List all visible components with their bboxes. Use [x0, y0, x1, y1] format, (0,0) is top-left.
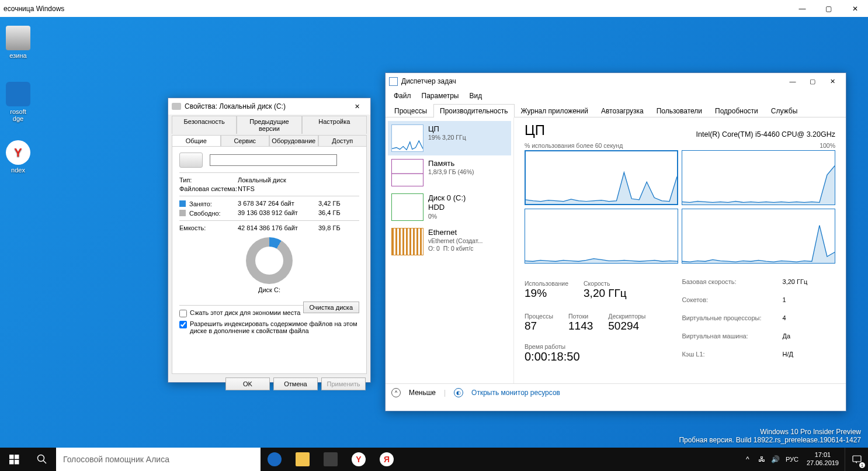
- resource-monitor-icon[interactable]: ◐: [454, 388, 463, 397]
- index-label: Разрешить индексировать содержимое файло…: [190, 320, 359, 334]
- action-center-button[interactable]: 1: [845, 448, 868, 471]
- menu-view[interactable]: Вид: [464, 91, 487, 101]
- tab-previous-versions[interactable]: Предыдущие версии: [237, 116, 301, 134]
- stat-threads-value: 1143: [568, 320, 593, 333]
- edge-icon: [6, 82, 30, 106]
- sidebar-item-memory[interactable]: Память1,8/3,9 ГБ (46%): [388, 155, 511, 190]
- fewer-details-link[interactable]: Меньше: [409, 389, 436, 397]
- desktop-icon-edge[interactable]: rosoft dge: [0, 82, 36, 122]
- desktop-icon-label: ndex: [11, 167, 25, 174]
- volume-name-input[interactable]: [210, 154, 337, 166]
- tab-row-1: Безопасность Предыдущие версии Настройка: [168, 115, 370, 134]
- type-label: Тип:: [179, 176, 238, 183]
- tab-performance[interactable]: Производительность: [433, 104, 514, 117]
- sidebar-item-disk[interactable]: Диск 0 (C:) HDD0%: [388, 190, 511, 224]
- ok-button[interactable]: OK: [225, 378, 270, 390]
- performance-main: ЦП Intel(R) Core(TM) i5-4460 CPU@ 3.20GH…: [514, 117, 846, 383]
- stat-speed-value: 3,20 ГГц: [584, 287, 627, 300]
- tab-hardware[interactable]: Оборудование: [269, 135, 318, 146]
- cancel-button[interactable]: Отмена: [273, 378, 318, 390]
- tab-services[interactable]: Службы: [765, 104, 804, 117]
- apply-button[interactable]: Применить: [321, 378, 366, 390]
- cpu-chart-core0: [525, 150, 678, 205]
- tab-row-2: Общие Сервис Оборудование Доступ: [168, 134, 370, 146]
- menu-options[interactable]: Параметры: [417, 91, 464, 101]
- tray-network-icon[interactable]: 🖧: [755, 448, 768, 471]
- system-tray: ^ 🖧 🔊 РУС 17:01 27.06.2019 1: [741, 448, 868, 471]
- taskbar-app-explorer[interactable]: [289, 448, 317, 471]
- index-checkbox[interactable]: [179, 321, 187, 328]
- search-box[interactable]: Голосовой помощник Алиса: [56, 448, 261, 471]
- taskbar-app-generic[interactable]: [317, 448, 345, 471]
- tab-tools[interactable]: Сервис: [221, 135, 270, 146]
- close-button[interactable]: ✕: [822, 75, 842, 88]
- properties-body: Тип:Локальный диск Файловая система:NTFS…: [172, 146, 367, 374]
- maximize-button[interactable]: ▢: [815, 0, 842, 17]
- tab-general[interactable]: Общие: [172, 135, 221, 146]
- tab-users[interactable]: Пользователи: [650, 104, 709, 117]
- uptime-label: Время работы: [525, 343, 645, 350]
- task-manager-titlebar[interactable]: Диспетчер задач — ▢ ✕: [386, 73, 846, 89]
- tab-startup[interactable]: Автозагрузка: [595, 104, 650, 117]
- stat-usage-value: 19%: [525, 287, 568, 300]
- maximize-button[interactable]: ▢: [803, 75, 822, 88]
- tab-processes[interactable]: Процессы: [388, 104, 433, 117]
- sidebar-cpu-title: ЦП: [428, 124, 466, 134]
- stat-handles-label: Дескрипторы: [608, 313, 645, 320]
- close-button[interactable]: ✕: [347, 100, 367, 113]
- taskbar-app-yandex[interactable]: Y: [345, 448, 373, 471]
- properties-title: Свойства: Локальный диск (C:): [185, 102, 286, 110]
- task-manager-footer: ^ Меньше | ◐ Открыть монитор ресурсов: [386, 383, 846, 401]
- sidebar-eth-sub: vEthernet (Создат... О: 0 П: 0 кбит/с: [428, 237, 482, 252]
- chart-caption-left: % использования более 60 секунд: [525, 142, 623, 149]
- index-checkbox-row[interactable]: Разрешить индексировать содержимое файло…: [179, 320, 359, 334]
- svg-rect-0: [9, 455, 14, 459]
- tab-sharing[interactable]: Доступ: [318, 135, 367, 146]
- disk-cleanup-button[interactable]: Очистка диска: [303, 302, 359, 313]
- edge-icon: [268, 452, 282, 466]
- start-button[interactable]: [0, 448, 28, 471]
- svg-rect-2: [9, 460, 14, 465]
- properties-titlebar[interactable]: Свойства: Локальный диск (C:) ✕: [168, 98, 370, 115]
- tab-security[interactable]: Безопасность: [172, 116, 237, 134]
- tab-details[interactable]: Подробности: [709, 104, 765, 117]
- tray-chevron-icon[interactable]: ^: [741, 448, 754, 471]
- yandex-icon: Y: [6, 140, 30, 165]
- desktop-icon-recycle[interactable]: езина: [0, 26, 36, 59]
- taskbar-app-edge[interactable]: [261, 448, 289, 471]
- sidebar-memory-title: Память: [428, 159, 474, 168]
- sidebar-cpu-sub: 19% 3,20 ГГц: [428, 134, 466, 141]
- menu-file[interactable]: Файл: [389, 91, 416, 101]
- desktop-icon-label: rosoft dge: [10, 108, 26, 122]
- compress-checkbox[interactable]: [179, 310, 187, 317]
- capacity-gb: 39,8 ГБ: [318, 224, 359, 231]
- sidebar-item-cpu[interactable]: ЦП19% 3,20 ГГц: [388, 121, 511, 155]
- disk-icon: [179, 153, 203, 168]
- cpu-chart-core3: [682, 209, 835, 264]
- desktop-icon-yandex[interactable]: Y ndex: [0, 140, 36, 174]
- tray-language[interactable]: РУС: [783, 448, 801, 471]
- performance-sidebar: ЦП19% 3,20 ГГц Память1,8/3,9 ГБ (46%) Ди…: [386, 117, 514, 383]
- sidebar-item-ethernet[interactable]: EthernetvEthernet (Создат... О: 0 П: 0 к…: [388, 224, 511, 259]
- stat-handles-value: 50294: [608, 320, 645, 333]
- taskbar-app-yandex-2[interactable]: Я: [373, 448, 401, 471]
- tab-app-history[interactable]: Журнал приложений: [515, 104, 595, 117]
- tab-customize[interactable]: Настройка: [302, 116, 367, 134]
- fewer-details-icon[interactable]: ^: [391, 388, 401, 397]
- search-icon-button[interactable]: [28, 448, 56, 471]
- free-bytes: 39 136 038 912 байт: [238, 209, 318, 217]
- open-resource-monitor-link[interactable]: Открыть монитор ресурсов: [471, 389, 560, 397]
- disk-thumb-chart: [391, 193, 423, 221]
- svg-rect-3: [15, 460, 19, 465]
- stat-proc-label: Процессы: [525, 313, 553, 320]
- close-button[interactable]: ✕: [842, 0, 868, 17]
- drive-icon: [172, 103, 181, 110]
- minimize-button[interactable]: —: [789, 0, 815, 17]
- tray-volume-icon[interactable]: 🔊: [769, 448, 782, 471]
- cpu-chart-grid: [525, 150, 835, 264]
- taskbar: Голосовой помощник Алиса Y Я ^ 🖧 🔊 РУС 1…: [0, 448, 868, 471]
- minimize-button[interactable]: —: [783, 75, 803, 88]
- properties-dialog: Свойства: Локальный диск (C:) ✕ Безопасн…: [168, 98, 371, 383]
- taskbar-clock[interactable]: 17:01 27.06.2019: [802, 451, 843, 467]
- free-label: Свободно:: [179, 209, 238, 217]
